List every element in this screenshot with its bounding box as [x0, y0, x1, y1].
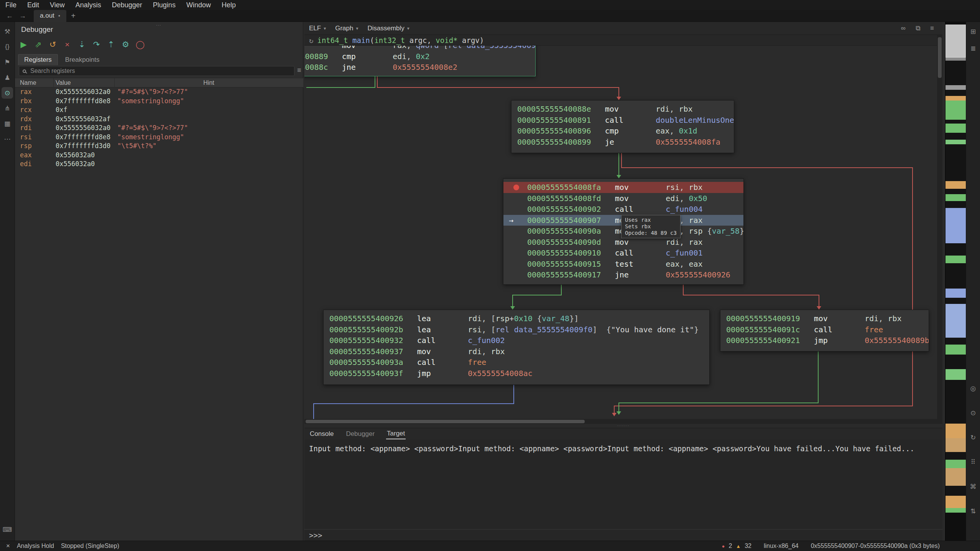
disasm-row[interactable]: 000055555540093acallfree — [324, 357, 709, 368]
menu-plugins[interactable]: Plugins — [148, 0, 181, 10]
menu-edit[interactable]: Edit — [22, 0, 44, 10]
stack-view-icon[interactable]: ≣ — [967, 43, 979, 54]
disasm-row[interactable]: 0000555555400915testeax, eax — [503, 259, 743, 270]
menu-help[interactable]: Help — [216, 0, 241, 10]
search-input[interactable] — [30, 67, 291, 75]
view-menu-disassembly[interactable]: Disassembly▾ — [368, 25, 409, 32]
view-menu-elf[interactable]: ELF▾ — [309, 25, 326, 32]
run-button[interactable]: ⇗ — [33, 40, 43, 49]
register-row[interactable]: rax0x5555556032a0"#?=5#$\"9>7<?>77" — [15, 87, 303, 97]
disasm-row[interactable]: 0000555555400921jmp0x55555540089b — [720, 335, 929, 346]
error-indicator-icon[interactable]: ● — [722, 543, 725, 549]
disasm-row[interactable]: 000055555540093fjmp0x5555554008ac — [324, 368, 709, 379]
types-icon[interactable]: {} — [2, 41, 13, 53]
split-pane-icon[interactable]: ⧉ — [916, 25, 920, 32]
disasm-row[interactable]: 000055555540091ccallfree — [720, 324, 929, 335]
disasm-row[interactable]: 0000555555400917jne0x555555400926 — [503, 269, 743, 280]
disasm-row[interactable]: 00005555554008famovrsi, rbx — [503, 182, 743, 193]
step-into-button[interactable]: ⇣ — [77, 40, 87, 49]
graph-vertical-scrollbar[interactable] — [937, 35, 942, 424]
warning-indicator-icon[interactable]: ▲ — [736, 543, 741, 549]
build-tools-icon[interactable]: ⚒ — [2, 26, 13, 37]
history-icon[interactable]: ↻ — [967, 432, 979, 443]
disasm-row[interactable]: 0000555555400896cmpeax, 0x1d — [511, 125, 734, 137]
forward-arrow-icon[interactable]: → — [19, 12, 26, 20]
console-tab-debugger[interactable]: Debugger — [345, 429, 375, 439]
resume-button[interactable]: ▶ — [19, 40, 28, 49]
view-options-icon[interactable]: ≡ — [930, 25, 934, 32]
back-arrow-icon[interactable]: ← — [6, 12, 13, 20]
debugger-icon[interactable]: ⊙ — [2, 87, 13, 99]
scrollbar-thumb[interactable] — [938, 37, 942, 78]
disasm-row[interactable]: 0000555555400910callc_fun001 — [503, 247, 743, 259]
scrollbar-thumb[interactable] — [306, 420, 585, 423]
console-panel-icon[interactable]: ⌨ — [2, 524, 13, 535]
disasm-row[interactable]: 00005555554008fdmovedi, 0x50 — [503, 193, 743, 204]
panel-layout-icon[interactable]: ⊞ — [967, 26, 979, 37]
tags-icon[interactable]: ⚑ — [2, 56, 13, 68]
command-palette-icon[interactable]: ⌘ — [967, 481, 979, 492]
menu-analysis[interactable]: Analysis — [70, 0, 107, 10]
disasm-row[interactable]: 0000555555400899je0x5555554008fa — [511, 137, 734, 148]
console-tab-console[interactable]: Console — [309, 429, 334, 439]
memory-map-icon[interactable]: ▦ — [2, 118, 13, 129]
operand: , [ — [482, 314, 495, 323]
view-menu-graph[interactable]: Graph▾ — [335, 25, 358, 32]
disasm-row[interactable]: movrax, qword [rel data_5555554009f8] — [304, 46, 535, 51]
console-input[interactable]: >>> — [304, 529, 942, 541]
more-panels-icon[interactable]: ⋯ — [2, 133, 13, 145]
document-tab[interactable]: a.out ● — [34, 10, 66, 22]
disasm-row[interactable]: 000055555540088cjne0x5555554008e2 — [304, 62, 535, 73]
disasm-row[interactable]: 000055555540092blearsi, [rel data_555555… — [324, 324, 709, 335]
register-row[interactable]: rbx0x7fffffffd8e8"somestringlongg" — [15, 97, 303, 106]
disasm-row[interactable]: 0000555555400902callc_fun004 — [503, 204, 743, 215]
feature-map-segment — [945, 201, 966, 208]
breakpoint-toggle-button[interactable]: ◯ — [135, 40, 145, 49]
modified-dot-icon: ● — [58, 14, 60, 18]
menu-window[interactable]: Window — [181, 0, 216, 10]
kill-button[interactable]: × — [62, 40, 72, 49]
analysis-hold-icon[interactable]: × — [6, 542, 10, 550]
register-row[interactable]: rcx0xf — [15, 106, 303, 115]
sort-icon[interactable]: ⇅ — [967, 505, 979, 517]
tab-breakpoints[interactable]: Breakpoints — [59, 54, 105, 65]
disasm-row[interactable]: 0000555555400937movrdi, rbx — [324, 346, 709, 357]
feature-map-viewport[interactable] — [945, 25, 966, 58]
disasm-row[interactable]: 0000555555400889cmpedi, 0x2 — [304, 51, 535, 62]
memory-dots-icon[interactable]: ⠿ — [967, 456, 979, 468]
restart-button[interactable]: ↺ — [48, 40, 58, 49]
menu-view[interactable]: View — [44, 0, 70, 10]
breakpoint-icon[interactable] — [513, 185, 519, 190]
register-options-icon[interactable]: ≡ — [297, 66, 301, 74]
step-return-button[interactable]: ⇡ — [106, 40, 116, 49]
debugger-settings-button[interactable]: ⚙ — [121, 40, 130, 49]
register-row[interactable]: rsp0x7fffffffd3d0"\t5#\t?%" — [15, 142, 303, 151]
register-row[interactable]: rdx0x5555556032af — [15, 115, 303, 124]
new-tab-button[interactable]: + — [71, 12, 76, 20]
find-icon[interactable]: ⊙ — [967, 407, 979, 419]
disasm-row[interactable]: 0000555555400919movrdi, rbx — [720, 313, 929, 324]
console-splitter-handle[interactable]: ······ — [304, 424, 942, 428]
tab-registers[interactable]: Registers — [18, 54, 58, 65]
sync-location-icon[interactable]: ∞ — [901, 25, 906, 32]
console-tab-target[interactable]: Target — [386, 429, 406, 439]
menu-debugger[interactable]: Debugger — [107, 0, 148, 10]
disasm-row[interactable]: 000055555540088emovrdi, rbx — [511, 104, 734, 115]
menu-file[interactable]: File — [0, 0, 22, 10]
register-search-box[interactable] — [19, 66, 294, 76]
feature-map[interactable] — [945, 22, 966, 541]
column-separator — [114, 78, 115, 88]
register-row[interactable]: eax0x556032a0 — [15, 151, 303, 160]
disasm-row[interactable]: 0000555555400926leardi, [rsp+0x10 {var_4… — [324, 313, 709, 324]
feature-map-segment — [945, 380, 966, 396]
panel-drag-handle[interactable]: ⋯ — [156, 22, 162, 28]
register-row[interactable]: edi0x556032a0 — [15, 160, 303, 169]
register-row[interactable]: rsi0x7fffffffd8e8"somestringlongg" — [15, 133, 303, 142]
disasm-row[interactable]: 0000555555400891calldoubleLenMinusOne — [511, 115, 734, 126]
step-over-button[interactable]: ↷ — [92, 40, 101, 49]
register-row[interactable]: rdi0x5555556032a0"#?=5#$\"9>7<?>77" — [15, 124, 303, 133]
disasm-row[interactable]: 0000555555400932callc_fun002 — [324, 335, 709, 346]
strings-icon[interactable]: ♟ — [2, 72, 13, 83]
callgraph-icon[interactable]: ⋔ — [2, 102, 13, 114]
target-icon[interactable]: ◎ — [967, 383, 979, 394]
